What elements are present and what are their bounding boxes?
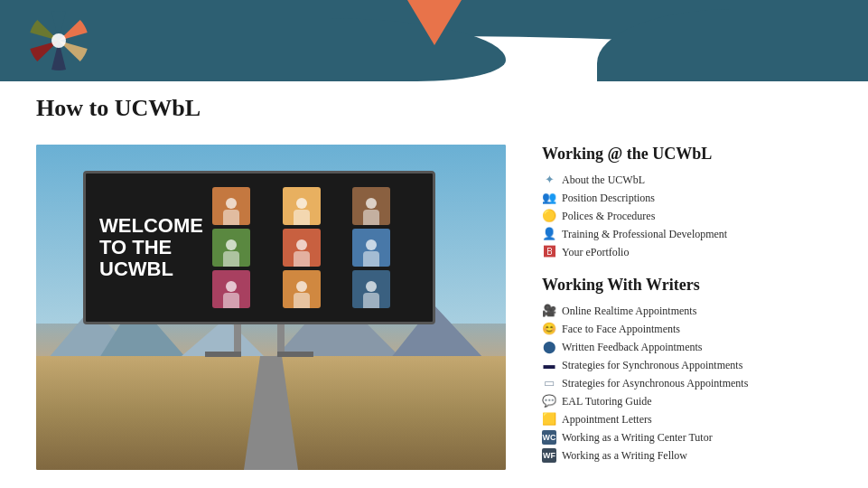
left-panel: WELCOME TO THE UCWbL xyxy=(36,145,506,479)
nav-label-online-realtime: Online Realtime Appointments xyxy=(562,305,696,318)
nav-label-writing-fellow: Working as a Writing Fellow xyxy=(562,449,687,463)
working-with-heading: Working With Writers xyxy=(542,276,832,295)
billboard-board: WELCOME TO THE UCWbL xyxy=(83,171,435,324)
nav-item-positions[interactable]: 👥 Position Descriptions xyxy=(542,189,832,207)
right-panel: Working @ the UCWbL ✦ About the UCWbL 👥 … xyxy=(542,145,832,479)
portfolio-icon: 🅱 xyxy=(542,245,556,259)
working-at-heading: Working @ the UCWbL xyxy=(542,145,832,164)
logo xyxy=(27,9,90,72)
page-title: How to UCWbL xyxy=(36,95,832,122)
nav-label-training: Training & Professional Development xyxy=(562,228,727,241)
nav-item-face-to-face[interactable]: 😊 Face to Face Appointments xyxy=(542,320,832,338)
ground xyxy=(36,356,506,470)
letter-icon: 🟨 xyxy=(542,412,556,427)
nav-label-sync-appointments: Strategies for Synchronous Appointments xyxy=(562,359,742,372)
nav-item-about[interactable]: ✦ About the UCWbL xyxy=(542,171,832,189)
avatar-8 xyxy=(352,270,390,308)
avatar-2 xyxy=(352,187,390,225)
dark-doc-icon: ▬ xyxy=(542,358,556,372)
nav-label-writing-center-tutor: Working as a Writing Center Tutor xyxy=(562,431,713,445)
road xyxy=(244,356,298,470)
avatar-3 xyxy=(212,229,250,267)
nav-label-async-appointments: Strategies for Asynchronous Appointments xyxy=(562,377,748,390)
header-banner xyxy=(0,0,868,81)
leg-left xyxy=(234,324,241,352)
nav-label-about: About the UCWbL xyxy=(562,174,645,187)
face-icon: 😊 xyxy=(542,322,556,336)
nav-label-policies: Polices & Procedures xyxy=(562,210,655,223)
nav-label-positions: Position Descriptions xyxy=(562,192,655,205)
billboard-photos xyxy=(212,187,419,308)
working-at-list: ✦ About the UCWbL 👥 Position Description… xyxy=(542,171,832,261)
nav-label-eportfolio: Your ePortfolio xyxy=(562,246,629,259)
wf-icon: WF xyxy=(542,448,556,463)
wc-icon: WC xyxy=(542,430,556,445)
doc-icon: ⬤ xyxy=(542,340,556,354)
group-icon: 👤 xyxy=(542,227,556,241)
working-with-list: 🎥 Online Realtime Appointments 😊 Face to… xyxy=(542,302,832,465)
people-icon: 👥 xyxy=(542,191,556,205)
avatar-6 xyxy=(212,270,250,308)
nav-label-eal-guide: EAL Tutoring Guide xyxy=(562,395,652,408)
main-content: WELCOME TO THE UCWbL xyxy=(0,127,868,488)
nav-item-appointment-letters[interactable]: 🟨 Appointment Letters xyxy=(542,410,832,428)
base-right xyxy=(277,352,313,357)
nav-item-eportfolio[interactable]: 🅱 Your ePortfolio xyxy=(542,243,832,261)
circle-orange-icon: 🟡 xyxy=(542,209,556,223)
billboard-image: WELCOME TO THE UCWbL xyxy=(36,145,506,470)
nav-label-appointment-letters: Appointment Letters xyxy=(562,413,652,427)
base-left xyxy=(205,352,241,357)
blob-right xyxy=(597,9,868,81)
billboard-text-area: WELCOME TO THE UCWbL xyxy=(99,187,203,308)
svg-point-0 xyxy=(51,33,66,48)
nav-item-writing-fellow[interactable]: WF Working as a Writing Fellow xyxy=(542,446,832,465)
avatar-7 xyxy=(283,270,321,308)
triangle-top-icon xyxy=(407,0,462,45)
billboard-structure: WELCOME TO THE UCWbL xyxy=(83,171,435,357)
nav-item-policies[interactable]: 🟡 Polices & Procedures xyxy=(542,207,832,225)
nav-item-eal-guide[interactable]: 💬 EAL Tutoring Guide xyxy=(542,392,832,410)
billboard-legs xyxy=(83,324,435,352)
leg-base xyxy=(83,352,435,357)
nav-item-async-appointments[interactable]: ▭ Strategies for Asynchronous Appointmen… xyxy=(542,374,832,392)
video-icon: 🎥 xyxy=(542,304,556,318)
billboard-welcome-text: WELCOME TO THE UCWbL xyxy=(99,215,203,281)
leg-right xyxy=(277,324,285,352)
circle-dots-icon: ✦ xyxy=(542,173,556,187)
nav-label-written-feedback: Written Feedback Appointments xyxy=(562,341,702,354)
nav-item-written-feedback[interactable]: ⬤ Written Feedback Appointments xyxy=(542,338,832,356)
avatar-5 xyxy=(352,229,390,267)
light-doc-icon: ▭ xyxy=(542,376,556,390)
page-title-area: How to UCWbL xyxy=(0,81,868,127)
nav-item-writing-center-tutor[interactable]: WC Working as a Writing Center Tutor xyxy=(542,428,832,446)
avatar-1 xyxy=(283,187,321,225)
nav-label-face-to-face: Face to Face Appointments xyxy=(562,323,680,336)
nav-item-training[interactable]: 👤 Training & Professional Development xyxy=(542,225,832,243)
nav-item-sync-appointments[interactable]: ▬ Strategies for Synchronous Appointment… xyxy=(542,356,832,374)
nav-item-online-realtime[interactable]: 🎥 Online Realtime Appointments xyxy=(542,302,832,320)
avatar-4 xyxy=(283,229,321,267)
speech-icon: 💬 xyxy=(542,394,556,408)
avatar-0 xyxy=(212,187,250,225)
